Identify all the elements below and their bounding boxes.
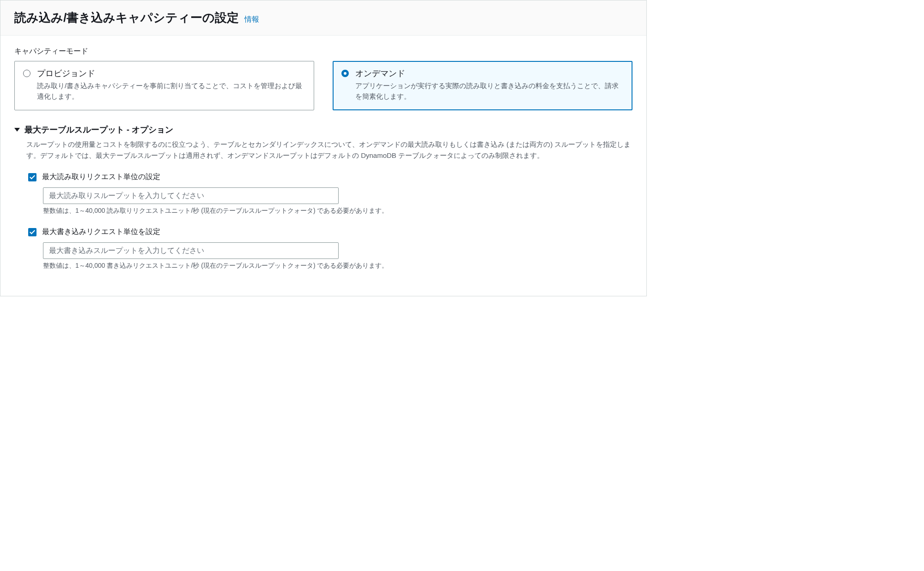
caret-down-icon [14, 128, 20, 132]
max-write-checkbox-label: 最大書き込みリクエスト単位を設定 [42, 227, 160, 237]
capacity-settings-panel: 読み込み/書き込みキャパシティーの設定 情報 キャパシティーモード プロビジョン… [0, 0, 647, 296]
tile-on-demand[interactable]: オンデマンド アプリケーションが実行する実際の読み取りと書き込みの料金を支払うこ… [333, 61, 632, 110]
max-read-checkbox-row[interactable]: 最大読み取りリクエスト単位の設定 [28, 172, 632, 182]
max-read-helper: 整数値は、1～40,000 読み取りリクエストユニット/秒 (現在のテーブルスル… [43, 207, 632, 215]
tile-description: 読み取り/書き込みキャパシティーを事前に割り当てることで、コストを管理および最適… [37, 81, 305, 102]
max-read-checkbox-label: 最大読み取りリクエスト単位の設定 [42, 172, 160, 182]
capacity-mode-label: キャパシティーモード [14, 47, 632, 56]
tile-title: プロビジョンド [37, 68, 305, 79]
tile-provisioned[interactable]: プロビジョンド 読み取り/書き込みキャパシティーを事前に割り当てることで、コスト… [14, 61, 314, 110]
checkbox-checked-icon[interactable] [28, 228, 36, 236]
radio-icon [23, 70, 30, 77]
radio-icon [341, 70, 349, 77]
panel-body: キャパシティーモード プロビジョンド 読み取り/書き込みキャパシティーを事前に割… [0, 36, 646, 296]
info-link[interactable]: 情報 [244, 15, 259, 23]
capacity-mode-tiles: プロビジョンド 読み取り/書き込みキャパシティーを事前に割り当てることで、コスト… [14, 61, 632, 110]
panel-header: 読み込み/書き込みキャパシティーの設定 情報 [0, 0, 646, 36]
max-write-helper: 整数値は、1～40,000 書き込みリクエストユニット/秒 (現在のテーブルスル… [43, 262, 632, 270]
tile-title: オンデマンド [355, 68, 624, 79]
throughput-title: 最大テーブルスループット - オプション [24, 124, 173, 135]
max-write-input[interactable] [43, 242, 339, 259]
panel-title: 読み込み/書き込みキャパシティーの設定 [14, 11, 239, 24]
max-write-checkbox-row[interactable]: 最大書き込みリクエスト単位を設定 [28, 227, 632, 237]
tile-description: アプリケーションが実行する実際の読み取りと書き込みの料金を支払うことで、請求を簡… [355, 81, 624, 102]
max-read-input[interactable] [43, 187, 339, 204]
throughput-section-header[interactable]: 最大テーブルスループット - オプション [14, 124, 632, 135]
checkbox-checked-icon[interactable] [28, 173, 36, 181]
throughput-description: スループットの使用量とコストを制限するのに役立つよう、テーブルとセカンダリインデ… [26, 139, 632, 161]
